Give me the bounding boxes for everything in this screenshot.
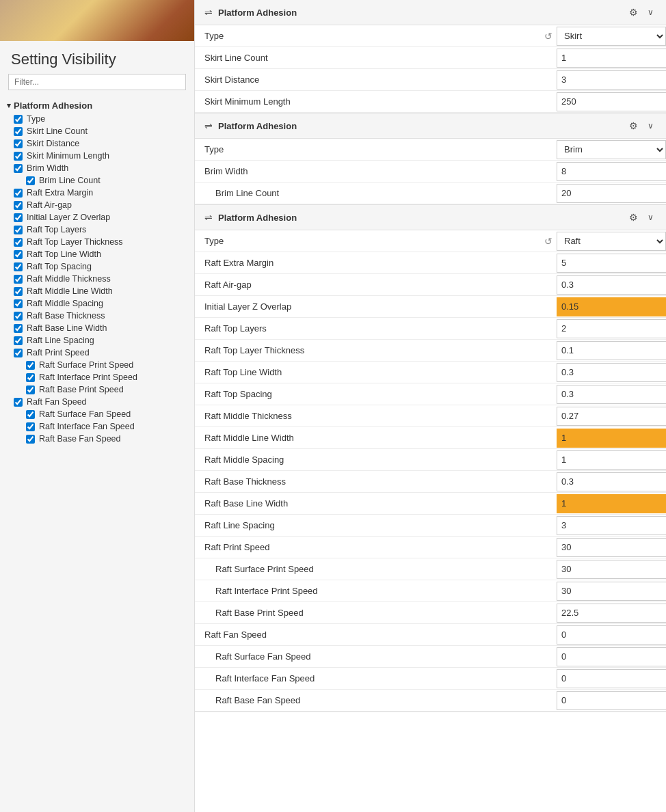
sidebar-checkbox[interactable]: [14, 262, 23, 271]
sidebar-item[interactable]: Raft Top Line Width: [0, 248, 194, 260]
section-gear-button[interactable]: ⚙: [626, 119, 641, 133]
sidebar-section-header[interactable]: ▾ Platform Adhesion: [0, 98, 194, 113]
sidebar-item[interactable]: Type: [0, 113, 194, 125]
sidebar-checkbox[interactable]: [14, 213, 23, 222]
sidebar-checkbox[interactable]: [14, 201, 23, 210]
sidebar-checkbox[interactable]: [14, 164, 23, 173]
section-gear-button[interactable]: ⚙: [626, 211, 641, 224]
section-gear-button[interactable]: ⚙: [626, 5, 641, 19]
sidebar-checkbox[interactable]: [14, 115, 23, 124]
setting-input[interactable]: [557, 407, 666, 426]
setting-input[interactable]: [557, 385, 666, 404]
sidebar-item[interactable]: Raft Line Spacing: [0, 334, 194, 347]
sidebar-item[interactable]: Raft Surface Fan Speed: [0, 408, 194, 420]
setting-row: Raft Top Line Widthmm: [195, 362, 666, 383]
setting-input[interactable]: [557, 560, 666, 579]
setting-input[interactable]: [557, 429, 666, 448]
setting-input[interactable]: [557, 516, 666, 535]
setting-select[interactable]: SkirtBrimRaftNone: [557, 232, 666, 251]
section-collapse-button[interactable]: ∨: [645, 211, 656, 224]
sidebar-checkbox[interactable]: [26, 385, 35, 394]
setting-input[interactable]: [557, 625, 666, 645]
sidebar-item-label: Raft Fan Speed: [27, 397, 87, 407]
setting-input[interactable]: [557, 254, 666, 273]
sidebar-checkbox[interactable]: [26, 435, 35, 444]
sidebar-checkbox[interactable]: [14, 312, 23, 321]
sidebar-item[interactable]: Skirt Distance: [0, 137, 194, 150]
sidebar-item[interactable]: Raft Top Spacing: [0, 260, 194, 273]
sidebar-item[interactable]: Skirt Minimum Length: [0, 150, 194, 162]
section-collapse-button[interactable]: ∨: [645, 120, 656, 132]
sidebar-item[interactable]: Raft Interface Print Speed: [0, 371, 194, 383]
sidebar-checkbox[interactable]: [14, 238, 23, 247]
sidebar-checkbox[interactable]: [14, 139, 23, 148]
sidebar-checkbox[interactable]: [14, 189, 23, 198]
setting-input[interactable]: [557, 184, 666, 203]
setting-input[interactable]: [557, 604, 666, 623]
sidebar-checkbox[interactable]: [14, 152, 23, 161]
sidebar-item[interactable]: Raft Middle Spacing: [0, 297, 194, 310]
setting-input[interactable]: [557, 538, 666, 557]
sidebar-item[interactable]: Raft Interface Fan Speed: [0, 420, 194, 433]
reset-icon[interactable]: ↺: [544, 236, 552, 247]
sidebar-item[interactable]: Raft Print Speed: [0, 347, 194, 359]
sidebar-item[interactable]: Initial Layer Z Overlap: [0, 211, 194, 224]
sidebar-item[interactable]: Raft Base Thickness: [0, 310, 194, 322]
sidebar-checkbox[interactable]: [14, 349, 23, 357]
setting-input[interactable]: [557, 275, 666, 295]
setting-input[interactable]: [557, 669, 666, 688]
setting-input[interactable]: [557, 472, 666, 491]
setting-select[interactable]: SkirtBrimRaftNone: [557, 27, 666, 46]
setting-select[interactable]: SkirtBrimRaftNone: [557, 140, 666, 159]
reset-icon[interactable]: ↺: [544, 31, 552, 42]
setting-label: Raft Base Line Width: [195, 494, 557, 513]
setting-input[interactable]: [557, 647, 666, 666]
sidebar-checkbox[interactable]: [26, 422, 35, 431]
setting-input[interactable]: [557, 450, 666, 470]
setting-input[interactable]: [557, 582, 666, 601]
sidebar-item-label: Raft Interface Print Speed: [39, 373, 137, 382]
sidebar-item[interactable]: Raft Fan Speed: [0, 396, 194, 408]
sidebar-item[interactable]: Raft Base Line Width: [0, 322, 194, 334]
sidebar-checkbox[interactable]: [14, 287, 23, 296]
sidebar-checkbox[interactable]: [14, 275, 23, 284]
setting-input[interactable]: [557, 363, 666, 382]
sidebar-item[interactable]: Raft Surface Print Speed: [0, 359, 194, 371]
sidebar-item[interactable]: Raft Base Print Speed: [0, 383, 194, 396]
sidebar-header-image: [0, 0, 194, 41]
sidebar-item[interactable]: Raft Top Layers: [0, 224, 194, 236]
section-collapse-button[interactable]: ∨: [645, 6, 656, 18]
sidebar-item[interactable]: Brim Width: [0, 162, 194, 174]
sidebar-checkbox[interactable]: [26, 373, 35, 382]
setting-input[interactable]: [557, 494, 666, 513]
sidebar-item[interactable]: Brim Line Count: [0, 174, 194, 187]
sidebar-checkbox[interactable]: [26, 410, 35, 419]
sidebar-filter-input[interactable]: [8, 74, 186, 90]
setting-label: Raft Fan Speed: [195, 625, 557, 644]
sidebar-item[interactable]: Raft Air-gap: [0, 199, 194, 211]
setting-input[interactable]: [557, 341, 666, 360]
sidebar-checkbox[interactable]: [26, 176, 35, 185]
sidebar-item[interactable]: Raft Middle Line Width: [0, 285, 194, 297]
setting-input[interactable]: [557, 49, 666, 68]
sidebar-checkbox[interactable]: [14, 250, 23, 259]
sidebar-item[interactable]: Raft Top Layer Thickness: [0, 236, 194, 248]
sidebar-title: Setting Visibility: [0, 41, 194, 74]
sidebar-checkbox[interactable]: [14, 226, 23, 234]
sidebar-item[interactable]: Skirt Line Count: [0, 125, 194, 137]
sidebar-checkbox[interactable]: [14, 336, 23, 345]
sidebar-item[interactable]: Raft Extra Margin: [0, 187, 194, 199]
setting-input[interactable]: [557, 297, 666, 316]
sidebar-checkbox[interactable]: [14, 324, 23, 333]
setting-input[interactable]: [557, 691, 666, 710]
setting-input[interactable]: [557, 162, 666, 181]
sidebar-checkbox[interactable]: [14, 299, 23, 308]
setting-input[interactable]: [557, 319, 666, 338]
sidebar-checkbox[interactable]: [26, 361, 35, 370]
sidebar-item[interactable]: Raft Base Fan Speed: [0, 433, 194, 445]
setting-input[interactable]: [557, 70, 666, 90]
sidebar-checkbox[interactable]: [14, 127, 23, 136]
setting-input[interactable]: [557, 92, 666, 111]
sidebar-item[interactable]: Raft Middle Thickness: [0, 273, 194, 285]
sidebar-checkbox[interactable]: [14, 398, 23, 407]
